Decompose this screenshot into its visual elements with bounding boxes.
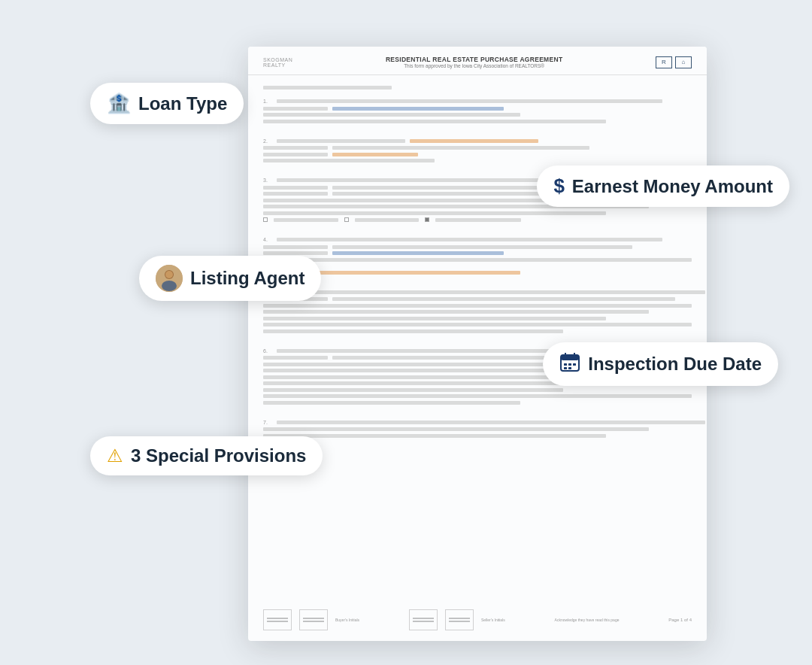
realtor-icon: R — [656, 56, 672, 68]
sellers-initials-section: Seller's Initials — [409, 609, 505, 630]
document-wrapper: SKOGMAN REALTY RESIDENTIAL REAL ESTATE P… — [158, 47, 797, 620]
page-number: Page 1 of 4 — [668, 618, 692, 622]
warning-icon: ⚠ — [107, 445, 123, 466]
svg-rect-8 — [564, 363, 567, 366]
ack-section: Acknowledge they have read this page — [555, 618, 620, 622]
seller-initial-box-1 — [409, 609, 438, 630]
sellers-label: Seller's Initials — [481, 618, 505, 622]
listing-agent-label: Listing Agent — [190, 268, 304, 289]
doc-logo: SKOGMAN REALTY — [263, 57, 292, 68]
equal-housing-icon: ⌂ — [675, 56, 692, 68]
listing-agent-avatar — [156, 265, 183, 292]
loan-type-label: Loan Type — [138, 93, 227, 114]
special-provisions-label: 3 Special Provisions — [131, 445, 306, 466]
doc-footer: Buyer's Initials Seller's Initials Ackno… — [263, 609, 692, 630]
logo-text: SKOGMAN — [263, 57, 292, 62]
doc-title: RESIDENTIAL REAL ESTATE PURCHASE AGREEME… — [292, 56, 656, 68]
dollar-icon: $ — [553, 175, 564, 198]
doc-section-5: 5. — [263, 285, 692, 338]
buyers-initials-section: Buyer's Initials — [263, 609, 359, 630]
svg-rect-9 — [568, 363, 571, 366]
listing-agent-badge: Listing Agent — [139, 256, 321, 301]
doc-header: SKOGMAN REALTY RESIDENTIAL REAL ESTATE P… — [248, 47, 707, 75]
doc-section-1: 1. — [263, 94, 692, 128]
logo-sub: REALTY — [263, 62, 292, 68]
doc-section-7: 7. — [263, 415, 692, 442]
buyers-label: Buyer's Initials — [335, 618, 359, 622]
svg-point-3 — [165, 271, 173, 278]
svg-point-2 — [162, 281, 177, 291]
buyer-initial-box-1 — [263, 609, 292, 630]
earnest-money-badge: $ Earnest Money Amount — [537, 165, 789, 207]
svg-rect-12 — [568, 367, 571, 369]
seller-initial-box-2 — [445, 609, 474, 630]
doc-icons: R ⌂ — [656, 56, 692, 68]
loan-type-badge: 🏦 Loan Type — [90, 83, 244, 124]
inspection-due-date-label: Inspection Due Date — [588, 354, 762, 375]
loan-type-icon: 🏦 — [107, 92, 131, 115]
ack-label: Acknowledge they have read this page — [555, 618, 620, 622]
avatar-svg — [156, 265, 183, 292]
page-background: SKOGMAN REALTY RESIDENTIAL REAL ESTATE P… — [0, 0, 812, 665]
earnest-money-label: Earnest Money Amount — [572, 176, 773, 197]
buyer-initial-box-2 — [299, 609, 328, 630]
doc-section-4: 4. — [263, 232, 692, 279]
doc-section-purchase: 2. — [263, 134, 692, 168]
special-provisions-text: Special Provisions — [146, 445, 306, 466]
svg-rect-5 — [561, 355, 579, 360]
calendar-icon — [559, 351, 580, 377]
svg-rect-11 — [564, 367, 567, 369]
doc-date-area — [263, 81, 692, 94]
special-provisions-badge: ⚠ 3 Special Provisions — [90, 436, 323, 475]
inspection-due-date-badge: Inspection Due Date — [543, 342, 778, 386]
calendar-svg — [559, 351, 580, 372]
doc-title-main: RESIDENTIAL REAL ESTATE PURCHASE AGREEME… — [292, 56, 656, 63]
doc-title-sub: This form approved by the Iowa City Asso… — [292, 63, 656, 68]
special-provisions-count: 3 — [131, 445, 141, 466]
svg-rect-10 — [573, 363, 576, 366]
